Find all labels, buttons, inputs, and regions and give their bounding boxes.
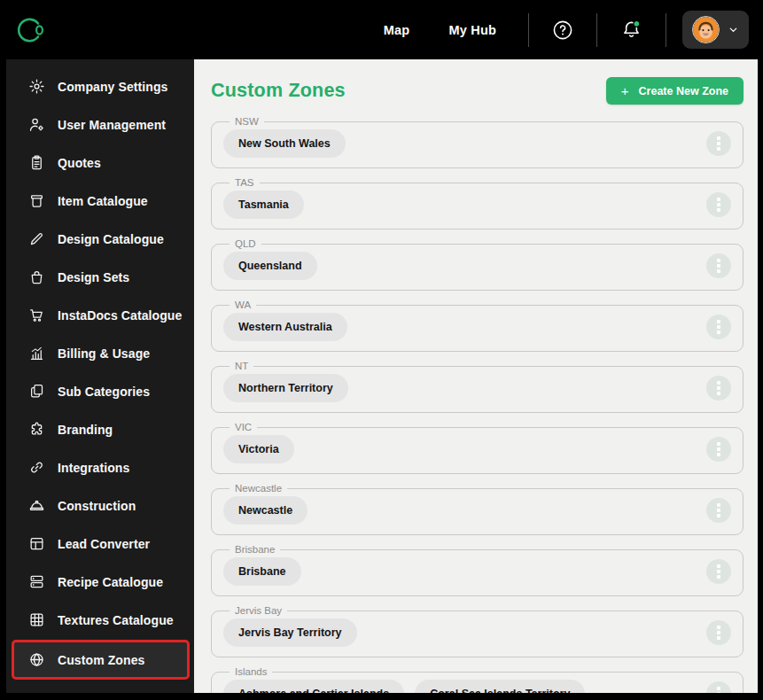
zone-card-nsw: NSWNew South Wales [211,116,744,168]
sidebar-item-construction[interactable]: Construction [6,486,194,525]
sidebar-item-user-management[interactable]: User Management [6,105,194,144]
sidebar-item-label: Integrations [58,461,129,475]
zone-chip: Newcastle [223,496,308,525]
more-options-icon[interactable] [706,620,731,645]
zone-card-tas: TASTasmania [211,177,744,229]
topbar: Map My Hub [0,0,763,59]
zone-body: Western Australia [223,313,731,341]
body-row: Company SettingsUser ManagementQuotesIte… [0,59,763,700]
zone-name: QLD [230,238,261,249]
sidebar-item-item-catalogue[interactable]: Item Catalogue [6,182,194,220]
sidebar-item-label: Recipe Catalogue [58,575,163,589]
create-new-zone-button[interactable]: + Create New Zone [606,77,744,105]
more-options-icon[interactable] [706,559,731,584]
zone-chip: Victoria [223,435,294,463]
plus-icon: + [621,84,629,97]
sidebar-item-label: Branding [58,423,113,437]
sidebar-item-company-settings[interactable]: Company Settings [6,67,194,105]
brand-logo-icon [12,13,46,47]
sidebar-item-custom-zones[interactable]: Custom Zones [12,640,190,680]
sidebar-item-label: User Management [58,118,166,132]
zone-card-wa: WAWestern Australia [211,299,744,352]
more-options-icon[interactable] [706,315,731,339]
link-icon [28,459,45,476]
bag-icon [28,268,45,285]
user-gear-icon [28,116,45,133]
more-options-icon[interactable] [706,376,731,401]
globe-icon [28,651,45,668]
zone-chip: Tasmania [223,191,304,219]
zone-body: Tasmania [223,191,731,219]
zone-name: Brisbane [230,544,280,555]
sidebar-item-label: Design Sets [58,270,129,284]
sidebar: Company SettingsUser ManagementQuotesIte… [6,59,194,693]
zone-chip: Northern Territory [223,374,348,402]
zone-card-qld: QLDQueensland [211,238,744,291]
zone-card-newcastle: NewcastleNewcastle [211,483,744,535]
stack-icon [28,573,45,590]
zone-chip: Coral Sea Islands Territory [415,680,585,693]
create-new-zone-label: Create New Zone [639,85,728,97]
sidebar-item-label: Construction [58,499,136,513]
divider [666,13,666,47]
more-options-icon[interactable] [706,253,731,278]
hardhat-icon [28,497,45,514]
sidebar-item-design-sets[interactable]: Design Sets [6,258,194,296]
sidebar-item-sub-categories[interactable]: Sub Categories [6,372,194,410]
app-window: Map My Hub [0,0,763,700]
box-icon [28,192,45,209]
page-title: Custom Zones [211,80,346,102]
zone-body: Brisbane [223,557,731,586]
zone-card-islands: IslandsAshmore and Cartier IslandsCoral … [211,666,744,693]
zone-name: NT [230,361,253,371]
zone-body: Newcastle [223,496,731,525]
sidebar-item-branding[interactable]: Branding [6,410,194,448]
sidebar-item-integrations[interactable]: Integrations [6,448,194,486]
zone-name: NSW [230,116,264,127]
zone-chip: Brisbane [223,557,301,586]
sidebar-item-label: Billing & Usage [58,346,150,361]
more-options-icon[interactable] [706,437,731,462]
gear-icon [28,78,45,95]
zone-body: New South Wales [223,129,731,158]
zone-body: Queensland [223,252,731,280]
chart-icon [28,345,45,362]
zones-list: NSWNew South WalesTASTasmaniaQLDQueensla… [211,116,744,693]
zone-name: Jervis Bay [230,605,287,616]
user-menu[interactable] [682,11,749,49]
cart-icon [28,307,45,323]
sidebar-item-lead-converter[interactable]: Lead Converter [6,525,194,563]
sidebar-item-label: Textures Catalogue [58,613,174,627]
zone-name: WA [230,299,256,310]
zone-chip: New South Wales [223,129,346,158]
nav-my-hub[interactable]: My Hub [429,23,516,37]
sidebar-item-billing-usage[interactable]: Billing & Usage [6,334,194,372]
sidebar-item-design-catalogue[interactable]: Design Catalogue [6,220,194,258]
pages-icon [28,383,45,400]
zone-card-nt: NTNorthern Territory [211,361,744,413]
zone-body: Ashmore and Cartier IslandsCoral Sea Isl… [223,680,731,693]
more-options-icon[interactable] [706,681,731,693]
zone-card-vic: VICVictoria [211,422,744,474]
bell-icon[interactable] [610,19,653,41]
zone-body: Jervis Bay Territory [223,618,731,647]
grid-icon [28,611,45,628]
divider [528,13,529,47]
more-options-icon[interactable] [706,192,731,217]
sidebar-item-textures-catalogue[interactable]: Textures Catalogue [6,601,194,639]
zone-name: VIC [230,422,257,432]
topbar-nav: Map My Hub [364,11,749,49]
sidebar-item-recipe-catalogue[interactable]: Recipe Catalogue [6,563,194,601]
zone-body: Victoria [223,435,731,463]
zone-name: TAS [230,177,260,188]
more-options-icon[interactable] [706,498,731,523]
sidebar-item-quotes[interactable]: Quotes [6,144,194,182]
sidebar-item-label: Company Settings [58,80,168,94]
more-options-icon[interactable] [706,131,731,156]
sidebar-item-instadocs-catalogue[interactable]: InstaDocs Catalogue [6,296,194,334]
nav-map[interactable]: Map [364,23,430,37]
pencil-icon [28,230,45,247]
sidebar-item-label: Custom Zones [58,653,144,667]
help-icon[interactable] [541,19,584,41]
sidebar-item-label: InstaDocs Catalogue [58,308,182,323]
